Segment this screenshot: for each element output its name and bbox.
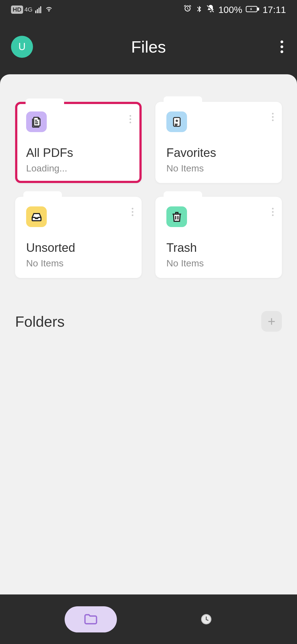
card-title: Favorites	[166, 146, 271, 160]
battery-percent: 100%	[218, 4, 242, 15]
more-vertical-icon	[272, 113, 274, 121]
status-time: 17:11	[263, 4, 286, 15]
more-vertical-icon	[130, 115, 131, 123]
content-area: All PDFs Loading... Favorites No Items U…	[0, 74, 297, 594]
network-4g-label: 4G	[24, 6, 32, 13]
app-header: U Files	[0, 19, 297, 74]
card-subtitle: No Items	[166, 258, 271, 269]
status-bar: HD 4G 100% 17:11	[0, 0, 297, 19]
card-more-button[interactable]	[130, 115, 131, 123]
card-subtitle: Loading...	[26, 163, 131, 174]
page-title: Files	[131, 37, 166, 56]
add-folder-button[interactable]: +	[261, 311, 282, 332]
card-title: All PDFs	[26, 146, 131, 160]
card-title: Unsorted	[26, 241, 131, 255]
status-left: HD 4G	[11, 4, 54, 15]
wifi-icon	[44, 4, 54, 15]
trash-icon	[166, 206, 187, 227]
folders-title: Folders	[15, 313, 65, 330]
card-more-button[interactable]	[272, 113, 274, 121]
card-title: Trash	[166, 241, 271, 255]
more-vertical-icon	[272, 208, 274, 216]
svg-rect-1	[258, 8, 259, 10]
bluetooth-icon	[195, 4, 203, 15]
mute-icon	[206, 4, 215, 15]
avatar-letter: U	[18, 41, 26, 53]
card-subtitle: No Items	[166, 163, 271, 174]
folder-card-all-pdfs[interactable]: All PDFs Loading...	[15, 102, 142, 183]
folder-card-unsorted[interactable]: Unsorted No Items	[15, 197, 142, 278]
more-vertical-icon	[280, 40, 283, 53]
inbox-icon	[26, 206, 47, 227]
status-right: 100% 17:11	[183, 4, 286, 15]
card-more-button[interactable]	[132, 208, 133, 216]
folder-card-favorites[interactable]: Favorites No Items	[155, 102, 282, 183]
bottom-nav	[0, 594, 297, 644]
card-more-button[interactable]	[272, 208, 274, 216]
alarm-icon	[183, 4, 192, 15]
battery-icon	[246, 4, 259, 15]
more-menu-button[interactable]	[278, 38, 286, 56]
favorites-icon	[166, 111, 187, 132]
plus-icon: +	[268, 314, 275, 329]
nav-files[interactable]	[65, 606, 117, 632]
card-grid: All PDFs Loading... Favorites No Items U…	[15, 102, 282, 278]
nav-recent[interactable]	[180, 606, 232, 632]
more-vertical-icon	[132, 208, 133, 216]
folder-icon	[83, 612, 98, 627]
clock-icon	[199, 612, 213, 626]
card-subtitle: No Items	[26, 258, 131, 269]
pdf-stack-icon	[26, 111, 47, 132]
hd-badge: HD	[11, 6, 23, 14]
signal-bars-icon	[35, 6, 41, 13]
folder-card-trash[interactable]: Trash No Items	[155, 197, 282, 278]
avatar[interactable]: U	[11, 36, 33, 58]
folders-section: Folders +	[15, 311, 282, 332]
